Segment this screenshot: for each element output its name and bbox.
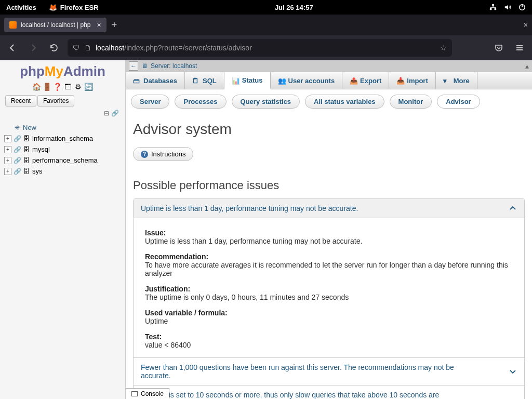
- shield-icon: 🛡: [73, 44, 80, 52]
- pocket-icon[interactable]: [491, 41, 506, 55]
- favorites-button[interactable]: Favorites: [37, 95, 74, 107]
- issue-body-1: Issue:Uptime is less than 1 day, perform…: [134, 218, 524, 358]
- logo-part-admin: Admin: [63, 63, 105, 79]
- expand-icon[interactable]: +: [4, 146, 11, 153]
- info-icon: ?: [141, 151, 148, 158]
- test-label: Test:: [145, 332, 162, 341]
- db-tree: ✳New+🔗🗄information_schema+🔗🗄mysql+🔗🗄perf…: [0, 120, 125, 179]
- var-label: Used variable / formula:: [145, 309, 228, 317]
- logout-icon[interactable]: 🚪: [43, 83, 51, 91]
- network-icon[interactable]: [489, 4, 497, 11]
- subtab-advisor[interactable]: Advisor: [437, 95, 480, 109]
- svg-rect-0: [492, 4, 494, 6]
- home-icon[interactable]: 🏠: [33, 83, 41, 91]
- console-toggle[interactable]: Console: [126, 388, 169, 399]
- docs-icon[interactable]: ❓: [54, 83, 62, 91]
- browser-tab-strip: localhost / localhost | php × + ×: [0, 15, 532, 35]
- expand-icon[interactable]: +: [4, 157, 11, 164]
- subtab-server[interactable]: Server: [131, 95, 169, 109]
- expand-icon[interactable]: +: [4, 135, 11, 142]
- phpmyadmin-logo[interactable]: phpMyAdmin: [0, 60, 125, 81]
- sidebar-toolbar: 🏠 🚪 ❓ 🗔 ⚙ 🔄: [0, 81, 125, 93]
- clock[interactable]: Jul 26 14:57: [99, 4, 490, 11]
- firefox-icon: 🦊: [49, 4, 57, 11]
- tree-item-mysql[interactable]: +🔗🗄mysql: [4, 144, 121, 155]
- tab-label: Import: [407, 77, 428, 85]
- url-path: /index.php?route=/server/status/advisor: [124, 44, 252, 52]
- issue-header-3[interactable]: ery time is set to 10 seconds or more, t…: [134, 385, 524, 399]
- window-close-button[interactable]: ×: [524, 21, 528, 29]
- page-body: Advisor system ? Instructions Possible p…: [126, 112, 532, 399]
- os-topbar: Activities 🦊 Firefox ESR Jul 26 14:57: [0, 0, 532, 15]
- logo-part-php: php: [20, 63, 45, 79]
- forward-button[interactable]: [26, 41, 41, 55]
- tab-export[interactable]: 📤Export: [342, 72, 389, 89]
- issues-accordion: Uptime is less than 1 day, performance t…: [133, 198, 525, 399]
- main-panel: ← 🖥 Server: localhost ▴ 🗃Databases🗒SQL📊S…: [126, 60, 532, 399]
- power-icon[interactable]: [518, 4, 526, 11]
- tab-databases[interactable]: 🗃Databases: [126, 72, 185, 89]
- tree-label: sys: [32, 167, 43, 175]
- chevron-up-icon: [509, 204, 517, 212]
- expand-icon[interactable]: +: [4, 168, 11, 175]
- issue-title-3: ery time is set to 10 seconds or more, t…: [141, 391, 439, 399]
- panel-back-button[interactable]: ←: [129, 61, 138, 71]
- tab-status[interactable]: 📊Status: [224, 72, 271, 89]
- breadcrumb-server[interactable]: Server: localhost: [151, 62, 197, 70]
- issue-label: Issue:: [145, 229, 166, 237]
- db-icon: 🔗: [14, 135, 21, 142]
- tab-label: Databases: [143, 77, 177, 85]
- instructions-button[interactable]: ? Instructions: [133, 147, 193, 161]
- reload-icon[interactable]: 🔄: [85, 83, 93, 91]
- hamburger-menu-icon[interactable]: [512, 41, 527, 55]
- sql-icon[interactable]: 🗔: [64, 83, 72, 91]
- app-indicator[interactable]: 🦊 Firefox ESR: [49, 4, 99, 11]
- server-icon: 🖥: [141, 62, 148, 70]
- tree-label: mysql: [32, 145, 50, 153]
- tree-label: information_schema: [32, 135, 93, 142]
- new-tab-button[interactable]: +: [112, 20, 117, 31]
- import-icon: 📥: [396, 77, 404, 84]
- back-button[interactable]: [5, 41, 20, 55]
- issue-header-1[interactable]: Uptime is less than 1 day, performance t…: [134, 199, 524, 218]
- collapse-all-icon[interactable]: ⊟: [104, 110, 109, 117]
- browser-tab[interactable]: localhost / localhost | php ×: [4, 18, 107, 32]
- tab-sql[interactable]: 🗒SQL: [185, 72, 224, 89]
- new-icon: ✳: [14, 124, 21, 131]
- svg-rect-1: [490, 8, 492, 10]
- settings-icon[interactable]: ⚙: [74, 83, 83, 91]
- recent-favorites-row: Recent Favorites: [0, 93, 125, 109]
- url-input[interactable]: 🛡 🗋 localhost/index.php?route=/server/st…: [68, 39, 452, 57]
- tab-import[interactable]: 📥Import: [389, 72, 435, 89]
- tab-title: localhost / localhost | php: [21, 21, 91, 29]
- activities-button[interactable]: Activities: [6, 4, 36, 11]
- tree-item-sys[interactable]: +🔗🗄sys: [4, 166, 121, 177]
- link-icon[interactable]: 🔗: [111, 110, 119, 117]
- subtab-monitor[interactable]: Monitor: [390, 95, 432, 109]
- subtab-query-statistics[interactable]: Query statistics: [232, 95, 300, 109]
- instructions-label: Instructions: [151, 150, 185, 158]
- volume-icon[interactable]: [504, 4, 511, 11]
- bookmark-star-icon[interactable]: ☆: [440, 44, 447, 52]
- address-bar: 🛡 🗋 localhost/index.php?route=/server/st…: [0, 35, 532, 60]
- subtab-all-status-variables[interactable]: All status variables: [305, 95, 384, 109]
- tab-more[interactable]: ▾More: [436, 72, 477, 89]
- tree-item-performance_schema[interactable]: +🔗🗄performance_schema: [4, 155, 121, 166]
- test-text: value < 86400: [145, 341, 191, 349]
- tree-label: New: [23, 124, 36, 131]
- issue-header-2[interactable]: Fewer than 1,000 questions have been run…: [134, 358, 524, 385]
- page-title: Advisor system: [133, 121, 525, 138]
- just-label: Justification:: [145, 285, 190, 293]
- subtab-processes[interactable]: Processes: [175, 95, 226, 109]
- reco-text: To have more accurate averages it is rec…: [145, 261, 508, 277]
- tree-item-new[interactable]: ✳New: [4, 122, 121, 133]
- tab-close-button[interactable]: ×: [97, 21, 101, 29]
- url-host: localhost: [96, 44, 124, 52]
- reload-button[interactable]: [47, 41, 61, 55]
- collapse-panel-icon[interactable]: ▴: [525, 62, 529, 70]
- chevron-down-icon: [509, 367, 517, 376]
- recent-button[interactable]: Recent: [5, 95, 36, 107]
- tree-item-information_schema[interactable]: +🔗🗄information_schema: [4, 133, 121, 144]
- tab-user-accounts[interactable]: 👥User accounts: [271, 72, 343, 89]
- sql-icon: 🗒: [192, 77, 200, 84]
